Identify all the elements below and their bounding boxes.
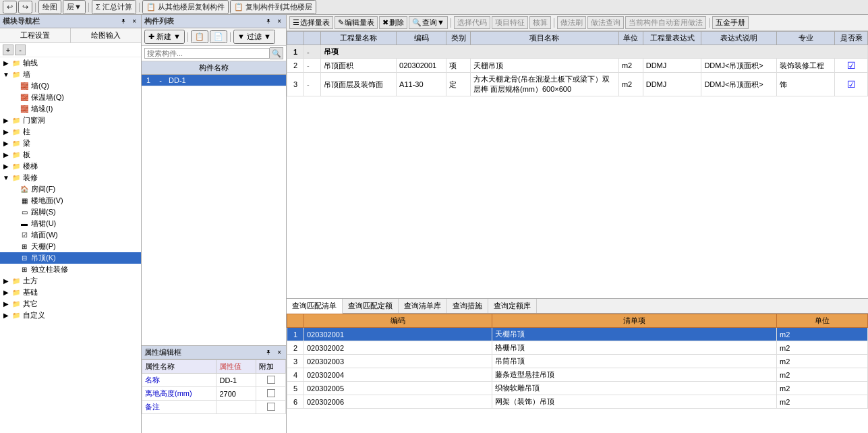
prop-value-cell[interactable] xyxy=(216,401,256,414)
prop-extra-cell[interactable] xyxy=(256,401,286,414)
query-row[interactable]: 2 020302002 格栅吊顶 m2 xyxy=(287,341,868,355)
copy-comp-btn[interactable]: 📋 xyxy=(191,30,208,43)
copy-from-btn[interactable]: 📋 从其他楼层复制构件 xyxy=(142,0,229,14)
query-tab-2[interactable]: 查询清单库 xyxy=(399,299,447,313)
query-row[interactable]: 5 020302005 织物软雕吊顶 m2 xyxy=(287,382,868,395)
method-brush-btn[interactable]: 做法刷 xyxy=(557,16,586,29)
table-row[interactable]: 2 - 吊顶面积 020302001 项 天棚吊顶 m2 DDMJ DDMJ<吊… xyxy=(287,59,868,73)
tree-item-axis[interactable]: ▶ 📁 轴线 xyxy=(0,57,141,69)
recalc-btn[interactable]: 核算 xyxy=(529,16,551,29)
tree-item-wallface[interactable]: ☑ 墙面(W) xyxy=(0,229,141,241)
middle-pin-icon[interactable]: 🖈 xyxy=(263,17,274,26)
auto-apply-btn[interactable]: 当前构件自动套用做法 xyxy=(625,16,706,29)
filter-comp-btn[interactable]: ▼ 过滤 ▼ xyxy=(233,30,275,44)
search-input[interactable] xyxy=(144,48,270,59)
prop-extra-cell[interactable] xyxy=(256,387,286,401)
query-row-num: 6 xyxy=(287,395,304,409)
tree-item-slab[interactable]: ▶ 📁 板 xyxy=(0,149,141,161)
col-desc: 表达式说明 xyxy=(701,32,776,45)
tree-item-wall[interactable]: 🧱 墙(Q) xyxy=(0,80,141,92)
tree-item-earthwork[interactable]: ▶ 📁 土方 xyxy=(0,275,141,287)
query-btn[interactable]: 🔍 查询▼ xyxy=(409,16,448,29)
query-row[interactable]: 1 020302001 天棚吊顶 m2 xyxy=(287,328,868,341)
prop-value-cell[interactable]: DD-1 xyxy=(216,374,256,387)
prop-value-cell[interactable]: 2700 xyxy=(216,387,256,401)
query-row[interactable]: 6 020302006 网架（装饰）吊顶 m2 xyxy=(287,395,868,409)
props-col-extra: 附加 xyxy=(256,360,286,374)
tree-item-skirting[interactable]: ▭ 踢脚(S) xyxy=(0,206,141,218)
tree-item-suspended[interactable]: ⊟ 吊顶(K) xyxy=(0,252,141,264)
query-panel: 查询匹配清单查询匹配定额查询清单库查询措施查询定额库 编码 清单项 单位 1 0… xyxy=(287,298,868,433)
tree-item-custom[interactable]: ▶ 📁 自定义 xyxy=(0,310,141,321)
query-tab-0[interactable]: 查询匹配清单 xyxy=(287,299,343,314)
method-query-btn[interactable]: 做法查询 xyxy=(587,16,624,29)
layer-btn[interactable]: 层▼ xyxy=(63,0,86,14)
tree-item-col-decor[interactable]: ⊞ 独立柱装修 xyxy=(0,264,141,275)
calc-btn[interactable]: Σ 汇总计算 xyxy=(92,0,136,14)
query-row[interactable]: 3 020302003 吊筒吊顶 m2 xyxy=(287,355,868,368)
row-multiply[interactable]: ☑ xyxy=(835,73,868,96)
features-btn[interactable]: 项目特征 xyxy=(492,16,528,29)
prop-checkbox[interactable] xyxy=(267,376,275,384)
table-row[interactable]: 1 - 吊项 xyxy=(287,45,868,59)
draw-btn[interactable]: 绘图 xyxy=(38,0,61,14)
select-table-btn[interactable]: ☰ 选择量表 xyxy=(289,16,333,29)
query-tab-4[interactable]: 查询定额库 xyxy=(488,299,537,313)
prop-checkbox[interactable] xyxy=(267,403,275,411)
prop-extra-cell[interactable] xyxy=(256,374,286,387)
collapse-all-btn[interactable]: - xyxy=(15,45,26,55)
column-expander: ▶ xyxy=(1,127,11,137)
search-button[interactable]: 🔍 xyxy=(270,47,283,59)
delete-btn[interactable]: ✖ 删除 xyxy=(379,16,407,29)
row-type: 定 xyxy=(446,73,471,96)
col-decor-label: 独立柱装修 xyxy=(31,264,68,275)
tree-item-wall-group[interactable]: ▼ 📁 墙 xyxy=(0,69,141,80)
draw-input-btn[interactable]: 绘图输入 xyxy=(71,28,141,42)
row-minus: - xyxy=(304,45,321,59)
tree-item-doorwin[interactable]: ▶ 📁 门窗洞 xyxy=(0,115,141,126)
tree-item-beam[interactable]: ▶ 📁 梁 xyxy=(0,138,141,149)
beam-label: 梁 xyxy=(23,138,30,148)
tree-item-wainscot[interactable]: ▬ 墙裙(U) xyxy=(0,218,141,229)
row-project: 天棚吊顶 xyxy=(470,59,618,73)
edit-table-btn[interactable]: ✎ 编辑量表 xyxy=(335,16,378,29)
copy-to-btn[interactable]: 📋 复制构件到其他楼层 xyxy=(230,0,316,14)
query-row-item: 藤条造型悬挂吊顶 xyxy=(492,368,776,382)
query-row-item: 网架（装饰）吊顶 xyxy=(492,395,776,409)
delete-icon: ✖ xyxy=(382,18,388,27)
tree-item-floor-surface[interactable]: ▦ 楼地面(V) xyxy=(0,195,141,206)
tree-item-ceiling[interactable]: ⊞ 天棚(P) xyxy=(0,241,141,252)
tree-item-wall-buttress[interactable]: 🧱 墙垛(I) xyxy=(0,103,141,115)
project-settings-btn[interactable]: 工程设置 xyxy=(0,28,71,42)
props-close-icon[interactable]: × xyxy=(275,348,283,357)
new-comp-btn[interactable]: ✚ 新建 ▼ xyxy=(144,30,185,44)
close-icon[interactable]: × xyxy=(130,17,138,26)
custom-icon: 📁 xyxy=(11,311,22,320)
prop-checkbox[interactable] xyxy=(267,389,275,397)
comp-list-header: 构件名称 xyxy=(142,61,286,75)
undo-btn[interactable]: ↩ xyxy=(3,1,17,13)
select-code-btn[interactable]: 选择代码 xyxy=(454,16,490,29)
query-tab-1[interactable]: 查询匹配定额 xyxy=(343,299,399,313)
tree-item-other[interactable]: ▶ 📁 其它 xyxy=(0,298,141,310)
comp-item-dd1[interactable]: 1 - DD-1 xyxy=(142,75,286,86)
props-header: 属性编辑框 🖈 × xyxy=(142,346,286,359)
query-tab-3[interactable]: 查询措施 xyxy=(447,299,488,313)
row-code: A11-30 xyxy=(397,73,446,96)
props-pin-icon[interactable]: 🖈 xyxy=(263,348,274,357)
middle-close-icon[interactable]: × xyxy=(275,17,283,26)
tree-item-decor-group[interactable]: ▼ 📁 装修 xyxy=(0,172,141,183)
pin-icon[interactable]: 🖈 xyxy=(118,17,129,26)
table-row[interactable]: 3 - 吊顶面层及装饰面 A11-30 定 方木天棚龙骨(吊在混凝土板下或梁下）… xyxy=(287,73,868,96)
tree-item-column[interactable]: ▶ 📁 柱 xyxy=(0,126,141,138)
hardware-btn[interactable]: 五金手册 xyxy=(712,16,749,29)
tree-item-foundation[interactable]: ▶ 📁 基础 xyxy=(0,287,141,298)
redo-btn[interactable]: ↪ xyxy=(18,1,32,13)
tree-item-stair[interactable]: ▶ 📁 楼梯 xyxy=(0,161,141,172)
row-multiply[interactable]: ☑ xyxy=(835,59,868,73)
paste-comp-btn[interactable]: 📄 xyxy=(210,30,227,43)
expand-all-btn[interactable]: + xyxy=(3,45,13,55)
tree-item-insul-wall[interactable]: 🧱 保温墙(Q) xyxy=(0,92,141,103)
tree-item-room[interactable]: 🏠 房间(F) xyxy=(0,183,141,195)
query-row[interactable]: 4 020302004 藤条造型悬挂吊顶 m2 xyxy=(287,368,868,382)
